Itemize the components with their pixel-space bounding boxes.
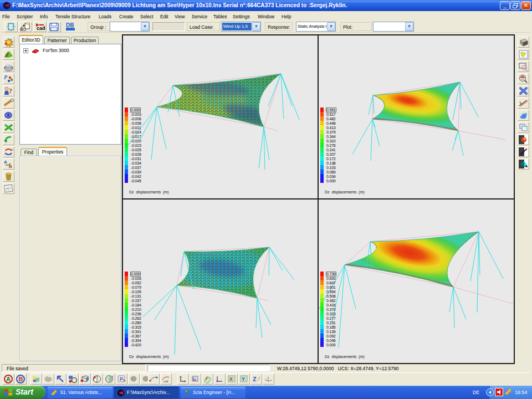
svg-text:Y: Y (242, 376, 245, 382)
svg-text:P: P (120, 376, 123, 382)
svg-text:A: A (6, 376, 11, 382)
svg-text:A: A (4, 160, 7, 165)
svg-text:Z: Z (253, 376, 257, 382)
svg-text:?: ? (9, 87, 12, 95)
svg-text:DB: DB (66, 22, 74, 28)
svg-text:md: md (163, 380, 168, 383)
svg-text:cad: cad (37, 25, 45, 31)
svg-text:X: X (229, 376, 233, 382)
svg-text:B: B (19, 376, 23, 382)
svg-text:P: P (4, 74, 8, 80)
